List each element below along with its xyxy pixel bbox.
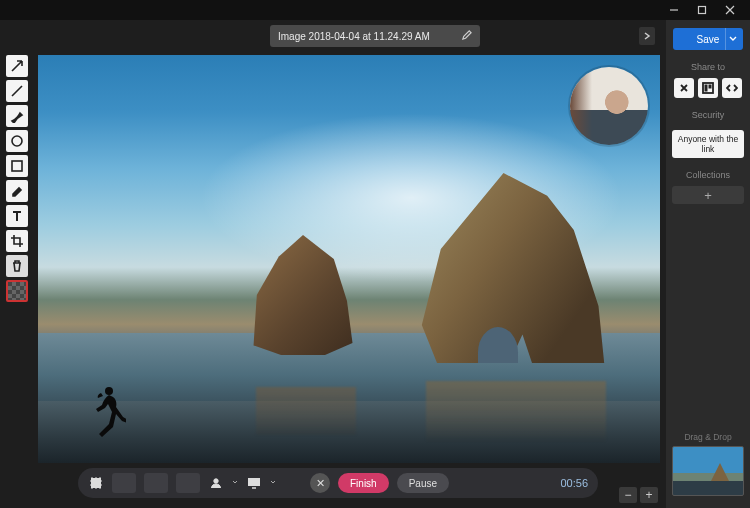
svg-point-1 bbox=[12, 136, 22, 146]
x-icon: ✕ bbox=[316, 477, 325, 490]
svg-rect-6 bbox=[709, 85, 712, 89]
scene-rock bbox=[418, 173, 608, 363]
svg-point-8 bbox=[214, 479, 218, 483]
save-button[interactable]: Save bbox=[673, 28, 743, 50]
color-swatch[interactable] bbox=[6, 280, 28, 302]
svg-rect-9 bbox=[249, 479, 260, 486]
code-icon bbox=[726, 82, 738, 94]
svg-point-3 bbox=[105, 387, 113, 395]
trash-icon bbox=[10, 259, 24, 273]
recording-segment-b[interactable] bbox=[144, 473, 168, 493]
save-button-label: Save bbox=[697, 34, 720, 45]
monitor-icon bbox=[247, 476, 261, 490]
highlighter-tool[interactable] bbox=[6, 180, 28, 202]
share-slack-button[interactable] bbox=[674, 78, 694, 98]
collapse-right-panel-button[interactable] bbox=[639, 27, 655, 45]
window-maximize-button[interactable] bbox=[688, 0, 716, 20]
svg-rect-2 bbox=[12, 161, 22, 171]
svg-rect-7 bbox=[91, 478, 101, 488]
pencil-icon[interactable] bbox=[461, 30, 472, 43]
trello-icon bbox=[702, 82, 714, 94]
right-side-panel: Save Share to Security Anyone with the l… bbox=[666, 20, 750, 508]
recording-timer: 00:56 bbox=[560, 477, 588, 489]
recording-toolbar: ✕ Finish Pause 00:56 bbox=[78, 468, 598, 498]
security-value-button[interactable]: Anyone with the link bbox=[672, 130, 744, 158]
arrow-tool[interactable] bbox=[6, 55, 28, 77]
finish-label: Finish bbox=[350, 478, 377, 489]
crop-tool[interactable] bbox=[6, 230, 28, 252]
delete-tool[interactable] bbox=[6, 255, 28, 277]
rectangle-tool[interactable] bbox=[6, 155, 28, 177]
minus-icon: − bbox=[624, 488, 631, 502]
cancel-recording-button[interactable]: ✕ bbox=[310, 473, 330, 493]
circle-icon bbox=[10, 134, 24, 148]
text-icon bbox=[10, 209, 24, 223]
zoom-out-button[interactable]: − bbox=[619, 487, 637, 503]
text-tool[interactable] bbox=[6, 205, 28, 227]
annotation-toolbox bbox=[6, 55, 30, 302]
person-icon bbox=[209, 476, 223, 490]
minimize-icon bbox=[669, 5, 679, 15]
zoom-in-button[interactable]: + bbox=[640, 487, 658, 503]
share-section-label: Share to bbox=[691, 62, 725, 72]
pause-label: Pause bbox=[409, 478, 437, 489]
square-icon bbox=[10, 159, 24, 173]
recording-mode-button[interactable] bbox=[88, 475, 104, 491]
scene-reflection bbox=[426, 381, 606, 441]
security-value-text: Anyone with the link bbox=[678, 134, 738, 154]
drag-drop-label: Drag & Drop bbox=[684, 432, 731, 442]
pen-tool[interactable] bbox=[6, 105, 28, 127]
share-icon-row bbox=[674, 78, 742, 98]
svg-rect-5 bbox=[705, 85, 708, 92]
drag-drop-slot[interactable]: Drag & Drop bbox=[666, 432, 750, 508]
window-close-button[interactable] bbox=[716, 0, 744, 20]
crop-icon bbox=[10, 234, 24, 248]
canvas-preview[interactable] bbox=[38, 55, 660, 463]
display-toggle-button[interactable] bbox=[246, 475, 262, 491]
close-icon bbox=[725, 5, 735, 15]
recording-segment-c[interactable] bbox=[176, 473, 200, 493]
chevron-down-icon bbox=[270, 478, 276, 488]
maximize-icon bbox=[697, 5, 707, 15]
highlighter-icon bbox=[10, 184, 24, 198]
image-thumbnail[interactable] bbox=[672, 446, 744, 496]
window-titlebar bbox=[0, 0, 750, 20]
filename-text: Image 2018-04-04 at 11.24.29 AM bbox=[278, 31, 430, 42]
pen-icon bbox=[10, 109, 24, 123]
collections-section-label: Collections bbox=[686, 170, 730, 180]
line-tool[interactable] bbox=[6, 80, 28, 102]
scene-runner bbox=[86, 383, 126, 441]
svg-rect-0 bbox=[699, 7, 706, 14]
zoom-controls: − + bbox=[619, 484, 658, 506]
scene-rock bbox=[248, 235, 358, 355]
pause-recording-button[interactable]: Pause bbox=[397, 473, 449, 493]
save-dropdown-toggle[interactable] bbox=[725, 28, 739, 50]
webcam-overlay[interactable] bbox=[570, 67, 648, 145]
chevron-right-icon bbox=[643, 32, 651, 40]
share-trello-button[interactable] bbox=[698, 78, 718, 98]
scene-reflection bbox=[256, 387, 356, 435]
window-minimize-button[interactable] bbox=[660, 0, 688, 20]
line-icon bbox=[10, 84, 24, 98]
slack-icon bbox=[678, 82, 690, 94]
plus-icon: + bbox=[704, 188, 712, 203]
security-section-label: Security bbox=[692, 110, 725, 120]
filename-field[interactable]: Image 2018-04-04 at 11.24.29 AM bbox=[270, 25, 480, 47]
recording-segment-a[interactable] bbox=[112, 473, 136, 493]
crop-region-icon bbox=[89, 476, 103, 490]
add-to-collection-button[interactable]: + bbox=[672, 186, 744, 204]
ellipse-tool[interactable] bbox=[6, 130, 28, 152]
plus-icon: + bbox=[645, 488, 652, 502]
chevron-down-icon bbox=[729, 35, 737, 43]
finish-recording-button[interactable]: Finish bbox=[338, 473, 389, 493]
share-embed-button[interactable] bbox=[722, 78, 742, 98]
webcam-toggle-button[interactable] bbox=[208, 475, 224, 491]
arrow-icon bbox=[10, 59, 24, 73]
chevron-down-icon bbox=[232, 478, 238, 488]
